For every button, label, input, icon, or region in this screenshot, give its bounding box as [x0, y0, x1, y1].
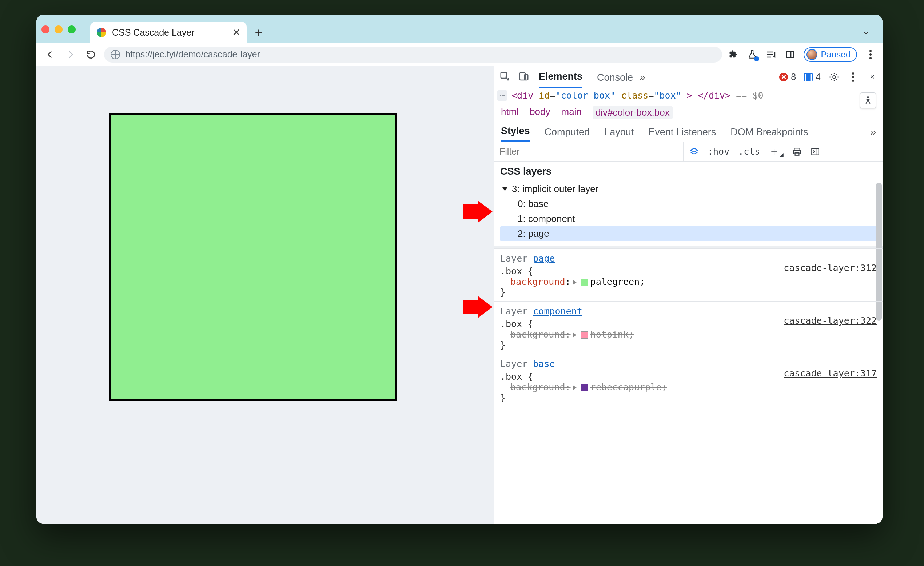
- cls-toggle[interactable]: .cls: [738, 146, 760, 157]
- devtools-panel: Elements Console » ✕ 8 ❙❙ 4: [494, 66, 882, 524]
- reading-list-icon[interactable]: [766, 49, 777, 60]
- rule-layer-link[interactable]: page: [533, 253, 555, 264]
- device-toolbar-icon[interactable]: [518, 71, 529, 83]
- print-media-icon[interactable]: [792, 147, 802, 156]
- window-close-button[interactable]: [42, 26, 50, 33]
- svg-rect-9: [794, 150, 801, 153]
- rule-layer-link[interactable]: component: [533, 306, 582, 317]
- crumb[interactable]: body: [530, 106, 550, 119]
- rule-source-link[interactable]: cascade-layer:322: [784, 315, 877, 326]
- layer-tree-item[interactable]: 1: component: [500, 211, 877, 226]
- inspect-element-icon[interactable]: [500, 71, 510, 83]
- tab-overflow-button[interactable]: ⌄: [857, 22, 874, 39]
- devtools-menu-button[interactable]: [848, 72, 858, 83]
- site-info-icon[interactable]: [111, 50, 120, 59]
- rule-property[interactable]: background:rebeccapurple;: [500, 382, 877, 392]
- new-style-rule-icon[interactable]: ＋◢: [769, 144, 784, 159]
- address-bar[interactable]: https://jec.fyi/demo/cascade-layer: [104, 47, 722, 63]
- browser-tab[interactable]: CSS Cascade Layer ✕: [90, 22, 247, 43]
- window-minimize-button[interactable]: [55, 26, 63, 33]
- devtools-tabs-overflow[interactable]: »: [639, 71, 645, 83]
- styles-tab-layout[interactable]: Layout: [604, 126, 634, 141]
- crumb[interactable]: html: [501, 106, 519, 119]
- crumb-selected[interactable]: div#color-box.box: [592, 106, 673, 119]
- svg-rect-0: [786, 51, 794, 57]
- reload-button[interactable]: [84, 47, 98, 62]
- accessibility-icon[interactable]: [860, 92, 876, 108]
- disclosure-triangle-icon[interactable]: [502, 187, 507, 191]
- crumb[interactable]: main: [561, 106, 582, 119]
- dom-open: <div: [512, 90, 533, 101]
- experiments-badge-icon: [754, 56, 759, 62]
- styles-tab-styles[interactable]: Styles: [501, 126, 530, 141]
- dom-ellipsis-icon[interactable]: ⋯: [497, 90, 507, 101]
- dom-eq: == $0: [736, 90, 763, 101]
- devtools-tab-elements[interactable]: Elements: [539, 71, 582, 88]
- devtools-settings-icon[interactable]: [829, 72, 840, 83]
- color-swatch-icon[interactable]: [581, 384, 588, 391]
- svg-point-7: [867, 96, 869, 98]
- styles-tab-event-listeners[interactable]: Event Listeners: [648, 126, 716, 141]
- color-box: [109, 114, 396, 401]
- expand-shorthand-icon[interactable]: [573, 332, 577, 338]
- rule-property[interactable]: background:palegreen;: [500, 276, 877, 287]
- dom-breadcrumb[interactable]: html body main div#color-box.box: [494, 103, 882, 122]
- css-layers-title: CSS layers: [494, 162, 882, 182]
- dom-close: > </div>: [687, 90, 730, 101]
- rule-close: }: [500, 340, 877, 350]
- styles-filter-input[interactable]: [494, 142, 684, 161]
- tab-close-button[interactable]: ✕: [231, 27, 242, 38]
- rule-source-link[interactable]: cascade-layer:317: [784, 368, 877, 379]
- styles-tab-computed[interactable]: Computed: [544, 126, 590, 141]
- error-count[interactable]: ✕ 8: [779, 72, 796, 82]
- annotation-arrow-icon: [464, 201, 492, 223]
- window-controls: [42, 26, 76, 33]
- profile-paused-button[interactable]: Paused: [804, 47, 857, 62]
- forward-button[interactable]: [63, 47, 78, 62]
- error-icon: ✕: [779, 73, 788, 81]
- svg-point-6: [833, 76, 835, 78]
- layer-tree-item-selected[interactable]: 2: page: [500, 226, 877, 241]
- expand-shorthand-icon[interactable]: [573, 280, 577, 285]
- expand-shorthand-icon[interactable]: [573, 385, 577, 390]
- new-tab-button[interactable]: ＋: [249, 23, 268, 42]
- error-count-value: 8: [791, 72, 796, 82]
- url-text: https://jec.fyi/demo/cascade-layer: [125, 49, 260, 60]
- page-viewport: [36, 66, 494, 524]
- dom-source-line[interactable]: ⋯ <div id="color-box" class="box" > </di…: [494, 88, 882, 103]
- dom-val: "color-box": [555, 90, 616, 101]
- experiments-icon[interactable]: [747, 49, 758, 60]
- hov-toggle[interactable]: :hov: [708, 146, 729, 157]
- tab-favicon-icon: [97, 28, 106, 37]
- rule-close: }: [500, 392, 877, 403]
- devtools-close-button[interactable]: ✕: [867, 72, 878, 83]
- rule-source-link[interactable]: cascade-layer:312: [784, 263, 877, 273]
- computed-sidebar-icon[interactable]: [810, 147, 820, 156]
- dom-attr: class: [621, 90, 648, 101]
- extensions-icon[interactable]: [728, 49, 739, 60]
- toolbar-actions: Paused: [728, 47, 876, 62]
- browser-menu-button[interactable]: [865, 49, 876, 60]
- back-button[interactable]: [43, 47, 57, 62]
- style-rule[interactable]: Layer pagecascade-layer:312.box {backgro…: [494, 248, 882, 301]
- browser-window: CSS Cascade Layer ✕ ＋ ⌄ https://jec.fyi/…: [36, 15, 882, 524]
- styles-tab-dom-breakpoints[interactable]: DOM Breakpoints: [730, 126, 808, 141]
- message-icon: ❙❙: [804, 73, 813, 81]
- window-zoom-button[interactable]: [68, 26, 76, 33]
- layers-toggle-icon[interactable]: [689, 147, 699, 156]
- color-swatch-icon[interactable]: [581, 279, 588, 286]
- style-rule[interactable]: Layer basecascade-layer:317.box {backgro…: [494, 354, 882, 407]
- paused-label: Paused: [821, 50, 850, 60]
- rule-property[interactable]: background:hotpink;: [500, 329, 877, 340]
- layer-tree-root[interactable]: 3: implicit outer layer: [500, 182, 877, 197]
- styles-tabs-overflow[interactable]: »: [870, 126, 876, 141]
- rule-layer-link[interactable]: base: [533, 359, 555, 369]
- side-panel-icon[interactable]: [784, 49, 796, 60]
- devtools-toolbar: Elements Console » ✕ 8 ❙❙ 4: [494, 66, 882, 88]
- devtools-tab-console[interactable]: Console: [597, 72, 633, 88]
- color-swatch-icon[interactable]: [581, 331, 588, 339]
- message-count[interactable]: ❙❙ 4: [804, 72, 820, 82]
- style-rule[interactable]: Layer componentcascade-layer:322.box {ba…: [494, 301, 882, 354]
- layer-tree-item[interactable]: 0: base: [500, 197, 877, 211]
- css-layers-section: CSS layers 3: implicit outer layer 0: ba…: [494, 162, 882, 248]
